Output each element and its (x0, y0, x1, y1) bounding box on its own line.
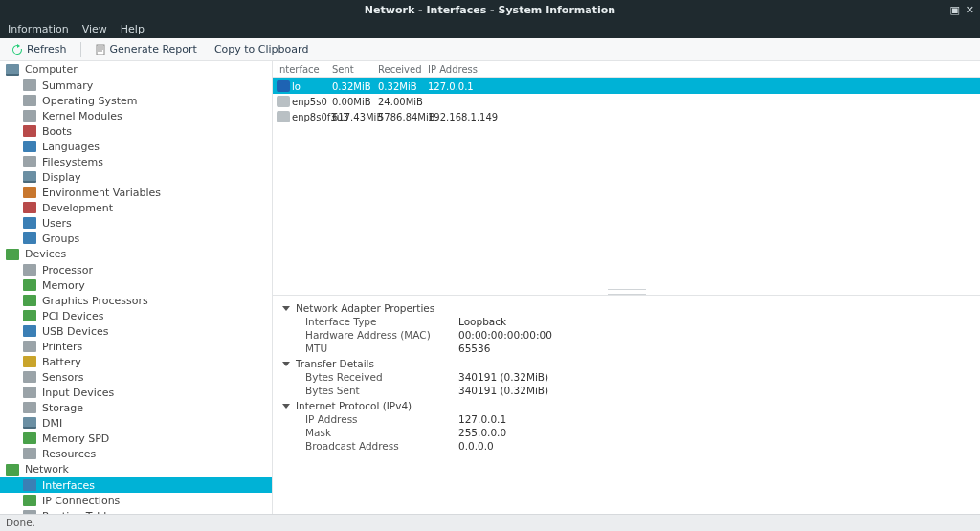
users-icon (23, 217, 36, 229)
sidebar-tree[interactable]: Computer Summary Operating System Kernel… (0, 61, 273, 514)
usb-icon (23, 325, 36, 337)
kernel-icon (23, 110, 36, 122)
sidebar-item-label: USB Devices (42, 325, 108, 338)
filesystems-icon (23, 156, 36, 167)
tree-label: Computer (25, 63, 78, 76)
sidebar-item-battery[interactable]: Battery (0, 354, 272, 369)
sidebar-item-graphics-processors[interactable]: Graphics Processors (0, 293, 272, 308)
copy-clipboard-button[interactable]: Copy to Clipboard (211, 41, 312, 57)
maximize-icon[interactable]: ▣ (949, 4, 959, 16)
refresh-button[interactable]: Refresh (8, 41, 71, 57)
table-row[interactable]: lo 0.32MiB 0.32MiB 127.0.0.1 (273, 78, 980, 94)
sidebar-item-input-devices[interactable]: Input Devices (0, 385, 272, 400)
prop-row: Mask255.0.0.0 (282, 426, 970, 439)
group-header[interactable]: Transfer Details (282, 357, 970, 370)
gpu-icon (23, 295, 36, 306)
prop-value: 0.0.0.0 (458, 440, 494, 452)
os-icon (23, 95, 36, 106)
prop-value: 255.0.0.0 (458, 427, 506, 438)
sidebar-item-groups[interactable]: Groups (0, 231, 272, 246)
disclosure-icon (282, 404, 290, 409)
interface-table[interactable]: Interface Sent Received IP Address lo 0.… (273, 61, 980, 296)
sidebar-item-pci-devices[interactable]: PCI Devices (0, 308, 272, 323)
refresh-label: Refresh (27, 43, 67, 55)
table-header[interactable]: Interface Sent Received IP Address (273, 61, 980, 78)
col-sent[interactable]: Sent (332, 64, 378, 75)
sidebar-item-operating-system[interactable]: Operating System (0, 93, 272, 108)
sidebar-item-label: Groups (42, 232, 79, 245)
sidebar-item-users[interactable]: Users (0, 215, 272, 231)
sidebar-item-label: Users (42, 217, 72, 230)
cell-sent: 0.32MiB (332, 81, 378, 92)
prop-key: Interface Type (305, 316, 458, 327)
sidebar-item-printers[interactable]: Printers (0, 339, 272, 354)
prop-value: 340191 (0.32MiB) (458, 371, 548, 383)
menu-help[interactable]: Help (121, 23, 145, 35)
sidebar-item-environment-variables[interactable]: Environment Variables (0, 185, 272, 200)
ethernet-icon (277, 96, 290, 107)
sidebar-item-resources[interactable]: Resources (0, 446, 272, 461)
sidebar-item-display[interactable]: Display (0, 169, 272, 185)
printers-icon (23, 341, 36, 352)
sidebar-item-interfaces[interactable]: Interfaces (0, 477, 272, 493)
prop-row: Interface TypeLoopback (282, 315, 970, 328)
display-icon (23, 171, 36, 183)
right-pane: Interface Sent Received IP Address lo 0.… (273, 61, 980, 514)
sidebar-item-filesystems[interactable]: Filesystems (0, 154, 272, 169)
details-pane[interactable]: Network Adapter Properties Interface Typ… (273, 296, 980, 514)
group-title: Transfer Details (296, 358, 374, 369)
sidebar-item-sensors[interactable]: Sensors (0, 369, 272, 385)
cell-ip: 127.0.0.1 (428, 81, 980, 92)
sidebar-item-kernel-modules[interactable]: Kernel Modules (0, 108, 272, 123)
prop-value: Loopback (458, 316, 506, 327)
group-header[interactable]: Internet Protocol (IPv4) (282, 399, 970, 412)
menu-view[interactable]: View (82, 23, 107, 35)
sidebar-item-memory[interactable]: Memory (0, 277, 272, 293)
envvars-icon (23, 187, 36, 198)
input-icon (23, 387, 36, 398)
toolbar: Refresh Generate Report Copy to Clipboar… (0, 38, 980, 61)
report-icon (95, 44, 106, 55)
tree-group-computer[interactable]: Computer (0, 61, 272, 77)
sidebar-item-processor[interactable]: Processor (0, 262, 272, 277)
sidebar-item-summary[interactable]: Summary (0, 77, 272, 93)
prop-key: Hardware Address (MAC) (305, 329, 458, 341)
table-row[interactable]: enp8s0f3u3 617.43MiB 5786.84MiB 192.168.… (273, 109, 980, 124)
summary-icon (23, 79, 36, 91)
cell-sent: 617.43MiB (332, 112, 378, 122)
sidebar-item-boots[interactable]: Boots (0, 123, 272, 139)
sidebar-item-label: Sensors (42, 371, 83, 384)
splitter-handle[interactable] (608, 289, 646, 295)
generate-report-button[interactable]: Generate Report (91, 41, 201, 57)
sidebar-item-storage[interactable]: Storage (0, 400, 272, 415)
computer-icon (6, 64, 19, 76)
cell-interface: lo (292, 81, 332, 92)
col-interface[interactable]: Interface (277, 64, 332, 75)
prop-key: MTU (305, 343, 458, 354)
cell-received: 24.00MiB (378, 97, 428, 107)
sidebar-item-routing-table[interactable]: Routing Table (0, 508, 272, 514)
sidebar-item-dmi[interactable]: DMI (0, 415, 272, 431)
minimize-icon[interactable]: — (933, 4, 944, 16)
disclosure-icon (282, 362, 290, 366)
table-row[interactable]: enp5s0 0.00MiB 24.00MiB (273, 94, 980, 109)
tree-group-devices[interactable]: Devices (0, 246, 272, 262)
sidebar-item-development[interactable]: Development (0, 200, 272, 215)
routing-icon (23, 510, 36, 514)
sidebar-item-languages[interactable]: Languages (0, 139, 272, 154)
close-icon[interactable]: ✕ (966, 4, 974, 16)
boots-icon (23, 125, 36, 137)
sidebar-item-usb-devices[interactable]: USB Devices (0, 323, 272, 339)
col-received[interactable]: Received (378, 64, 428, 75)
storage-icon (23, 402, 36, 413)
prop-row: IP Address127.0.0.1 (282, 412, 970, 426)
tree-group-network[interactable]: Network (0, 461, 272, 477)
prop-value: 340191 (0.32MiB) (458, 385, 548, 396)
sidebar-item-ip-connections[interactable]: IP Connections (0, 493, 272, 508)
prop-value: 65536 (458, 343, 490, 354)
sidebar-item-memory-spd[interactable]: Memory SPD (0, 431, 272, 446)
col-ip[interactable]: IP Address (428, 64, 980, 75)
sidebar-item-label: Input Devices (42, 387, 114, 399)
group-header[interactable]: Network Adapter Properties (282, 301, 970, 315)
menu-information[interactable]: Information (8, 23, 69, 35)
